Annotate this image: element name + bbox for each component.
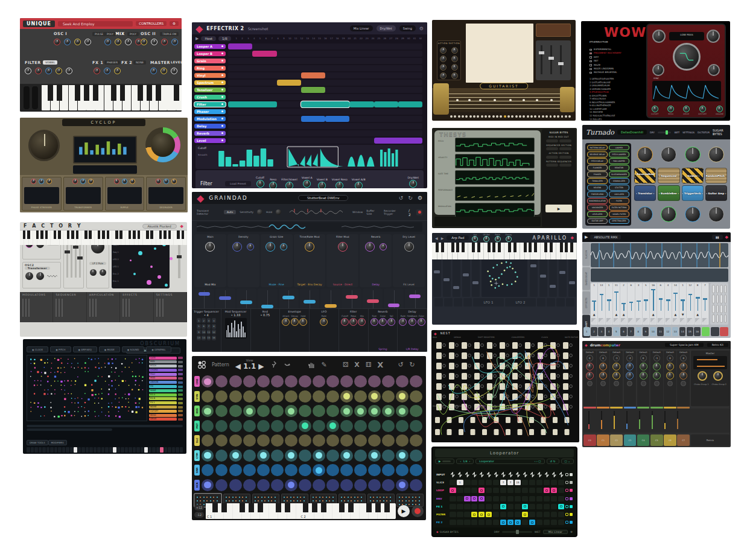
pattern-cell[interactable]	[410, 405, 422, 417]
black-key[interactable]	[177, 231, 179, 239]
track-lane[interactable]	[228, 109, 422, 115]
effect-button-levelizer[interactable]: LEVELIZER	[587, 211, 608, 217]
bottom-step[interactable]	[94, 447, 97, 453]
category-checkbox[interactable]	[590, 68, 592, 70]
bottom-step[interactable]	[70, 447, 74, 453]
macro-knob-decay[interactable]	[506, 236, 512, 242]
lfo1-tab[interactable]: LFO 1	[473, 298, 504, 307]
bottom-step[interactable]	[31, 447, 34, 453]
side-tab-slicer[interactable]: SLICER	[582, 243, 590, 266]
section-value[interactable]: Mod Mix	[194, 283, 226, 286]
pattern-cell[interactable]	[382, 405, 394, 417]
module-knob[interactable]	[80, 179, 86, 184]
tab-pitch[interactable]: ◉ PITCH	[50, 346, 71, 352]
modify-knob[interactable]	[679, 372, 687, 380]
pattern-cell[interactable]	[202, 375, 214, 387]
pattern-cell[interactable]	[285, 434, 297, 447]
effect-button-freezeverb[interactable]: FREEZEVERB	[587, 191, 608, 197]
slider-handle[interactable]	[325, 304, 337, 308]
category-checkbox[interactable]	[590, 72, 592, 74]
trigger-step[interactable]: 2	[202, 318, 206, 323]
pattern-cell[interactable]	[382, 390, 394, 402]
black-key[interactable]	[303, 503, 308, 512]
scrub-slider-2[interactable]	[27, 428, 112, 431]
step-led[interactable]	[450, 115, 453, 118]
black-key[interactable]	[456, 243, 459, 252]
section-knob-main[interactable]	[232, 242, 242, 252]
bottom-step[interactable]	[101, 447, 105, 453]
step-button-9[interactable]: 9	[643, 327, 649, 336]
category-item[interactable]: MATHIAS BRUESSEL	[590, 71, 641, 74]
matrix-dot[interactable]	[130, 259, 132, 261]
track-enable-dot[interactable]	[221, 110, 223, 112]
decay-knob[interactable]	[599, 363, 607, 371]
osc2-type-select[interactable]: Transformer	[25, 267, 50, 270]
modify-knob[interactable]	[599, 372, 607, 380]
mixer-slider[interactable]	[541, 45, 542, 74]
row-chip-bss[interactable]: BSS	[194, 406, 200, 416]
turnado-knob-bottom[interactable]	[661, 206, 676, 222]
edit-button[interactable]	[720, 294, 723, 303]
mixer-strip[interactable]	[588, 411, 590, 429]
pitch-value[interactable]: -1	[653, 355, 660, 361]
param-row-chord[interactable]: CHORD	[149, 368, 183, 372]
pattern-cell[interactable]	[243, 405, 255, 417]
row-cell[interactable]	[486, 512, 492, 517]
module-knob[interactable]	[122, 179, 127, 184]
slider-handle[interactable]	[453, 286, 459, 289]
pattern-cell[interactable]	[229, 405, 241, 417]
wobble-knob[interactable]	[145, 127, 180, 162]
effect-button-pitch-delay[interactable]: PITCH DELAY	[587, 158, 608, 164]
unique-knob[interactable]	[114, 68, 121, 74]
right-pill[interactable]	[546, 147, 558, 150]
black-key[interactable]	[133, 231, 135, 239]
param-row-pitch[interactable]: PITCH	[149, 364, 183, 368]
slider-handle[interactable]	[282, 296, 294, 299]
sync-label[interactable]: SYNC	[653, 77, 659, 80]
step-column[interactable]: 7	[702, 283, 709, 325]
envelope-cell[interactable]	[643, 318, 649, 324]
right-pill[interactable]	[546, 164, 558, 167]
slice-number[interactable]: 12	[687, 284, 693, 287]
dice-partial-icon[interactable]: ⚄	[343, 361, 349, 369]
mini-slider[interactable]	[22, 299, 24, 317]
tab-general[interactable]: ◉ GENERAL	[146, 346, 171, 352]
matrix-dot[interactable]	[165, 284, 168, 287]
black-key[interactable]	[111, 85, 116, 101]
mod-seq-display[interactable]	[225, 318, 247, 339]
slice-number[interactable]: 1	[606, 284, 612, 287]
pattern-cell[interactable]	[202, 390, 214, 402]
row-cell[interactable]	[522, 488, 529, 493]
fx1-type-select[interactable]: PHASER	[104, 60, 120, 65]
auto-button[interactable]: Auto	[224, 210, 236, 214]
step-led[interactable]	[523, 115, 525, 118]
unique-knob[interactable]	[104, 68, 110, 74]
effect-button-vowel-filter[interactable]: VOWEL FILTER	[609, 211, 629, 217]
pattern-cell[interactable]	[410, 375, 422, 387]
pattern-cell[interactable]	[243, 434, 255, 447]
row-cell[interactable]: 1	[457, 480, 463, 485]
track-lane[interactable]	[228, 116, 422, 122]
module-knob[interactable]	[171, 179, 177, 184]
black-key[interactable]	[544, 243, 547, 252]
pattern-cell[interactable]	[257, 405, 269, 417]
module-screen[interactable]	[148, 187, 183, 204]
pattern-cell[interactable]	[326, 405, 339, 417]
module-screen[interactable]	[107, 187, 142, 204]
unique-knob[interactable]	[35, 68, 42, 74]
matrix-dot[interactable]	[147, 280, 151, 285]
mini-slider[interactable]	[156, 299, 157, 317]
row-cell[interactable]	[486, 496, 492, 501]
row-lock-icon[interactable]	[570, 489, 573, 492]
envelope-display[interactable]: SYNC	[652, 81, 721, 101]
black-key[interactable]	[285, 503, 290, 512]
effectrix-gear-icon[interactable]: ⚙	[419, 26, 424, 31]
modify-knob[interactable]	[626, 372, 634, 380]
black-key[interactable]	[84, 231, 87, 239]
step-button-4[interactable]: 4	[606, 327, 612, 336]
edit-button[interactable]	[716, 305, 719, 313]
modify-knob[interactable]	[666, 372, 674, 380]
turnado-knob-bottom[interactable]	[685, 206, 701, 222]
preset-display[interactable]: Looperator ‹ › ▢	[475, 459, 544, 464]
effect-button-looper[interactable]: LOOPER	[609, 145, 629, 150]
